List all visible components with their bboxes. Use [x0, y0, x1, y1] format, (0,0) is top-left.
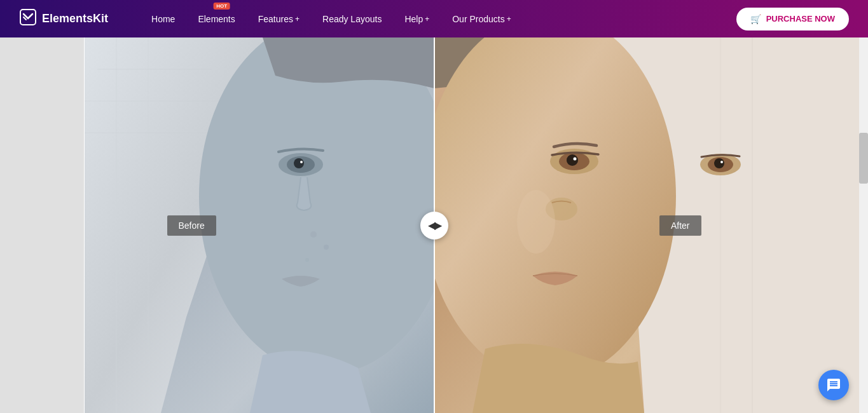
nav-item-help[interactable]: Help + [393, 0, 441, 37]
scrollbar[interactable] [859, 37, 868, 413]
chat-bubble-button[interactable] [818, 370, 849, 400]
main-content: ◀▶ Before After [0, 37, 868, 413]
before-image [85, 37, 434, 413]
svg-point-21 [720, 161, 723, 163]
slider-wrapper[interactable]: ◀▶ Before After [85, 37, 784, 413]
features-plus-icon: + [295, 15, 300, 24]
logo[interactable]: ElementsKit [19, 8, 108, 30]
nav-item-our-products[interactable]: Our Products + [441, 0, 523, 37]
before-after-container: ◀▶ Before After [0, 37, 868, 413]
scrollbar-thumb[interactable] [859, 133, 868, 184]
drag-handle[interactable]: ◀▶ [420, 212, 448, 240]
purchase-button[interactable]: 🛒 PURCHASE NOW [736, 8, 849, 30]
after-label: After [659, 215, 701, 236]
chat-icon [826, 377, 841, 393]
svg-rect-0 [20, 10, 36, 25]
bg-right [784, 37, 868, 413]
cart-icon: 🛒 [750, 14, 761, 24]
svg-point-17 [517, 190, 555, 254]
bg-left [0, 37, 84, 413]
products-plus-icon: + [507, 15, 511, 24]
before-side [85, 37, 434, 413]
drag-arrows-icon: ◀▶ [428, 219, 441, 231]
svg-point-7 [310, 231, 317, 238]
nav-links: Home Elements Hot Features + Ready Layou… [140, 0, 736, 37]
help-plus-icon: + [425, 15, 429, 24]
before-label: Before [167, 215, 216, 236]
navbar: ElementsKit Home Elements Hot Features +… [0, 0, 868, 37]
nav-item-elements[interactable]: Elements Hot [186, 0, 246, 37]
svg-point-8 [324, 245, 329, 250]
svg-point-6 [300, 161, 303, 163]
nav-item-features[interactable]: Features + [247, 0, 311, 37]
svg-point-15 [573, 158, 576, 161]
svg-point-9 [305, 258, 309, 262]
nav-item-home[interactable]: Home [140, 0, 186, 37]
logo-text: ElementsKit [42, 12, 108, 25]
svg-point-20 [714, 158, 724, 168]
nav-item-ready-layouts[interactable]: Ready Layouts [311, 0, 393, 37]
after-image [434, 37, 784, 413]
svg-point-5 [294, 158, 304, 168]
hot-badge: Hot [213, 3, 230, 10]
svg-point-14 [567, 154, 578, 166]
logo-icon [19, 8, 37, 30]
after-side [434, 37, 784, 413]
